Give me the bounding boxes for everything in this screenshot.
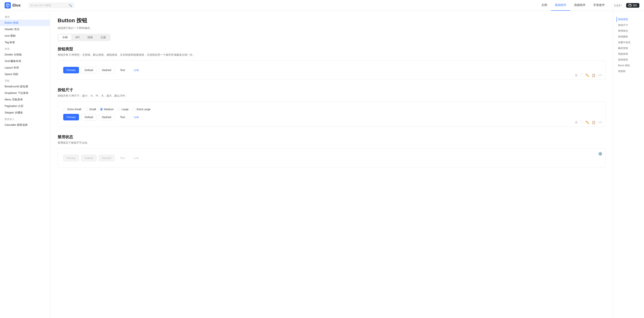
sidebar-item-cascader[interactable]: Cascader 级联选择 [0, 122, 50, 128]
logo-icon [4, 2, 11, 8]
right-nav-item-type[interactable]: 按钮类型 [616, 17, 641, 22]
radio-label-xl: Extra Large [136, 108, 150, 111]
right-nav-item-disabled[interactable]: 禁用状态 [616, 28, 641, 33]
nav-docs[interactable]: 文档 [538, 0, 551, 11]
button-disabled-group: Primary Default Dashed Text Link [63, 155, 600, 161]
sidebar-item-menu[interactable]: Menu 导航菜单 [0, 96, 50, 103]
version-badge[interactable]: 1.2.3 ▾ [612, 3, 624, 8]
action-reset-icon-2[interactable]: 🗑 [575, 121, 578, 124]
content-tabs: 示例 API 指南 主题 [58, 34, 110, 41]
right-nav-item-size[interactable]: 按钮尺寸 [616, 23, 641, 28]
settings-icon[interactable]: ⚙️ [598, 152, 602, 156]
btn-primary-disabled: Primary [63, 155, 79, 161]
sidebar-item-stepper[interactable]: Stepper 步骤条 [0, 109, 50, 116]
sidebar-item-pagination[interactable]: Pagination 分页 [0, 103, 50, 109]
sidebar-item-button[interactable]: Button 按钮 [0, 19, 50, 26]
section-button-size: 按钮尺寸 按钮共有 5 种尺寸：超小、小、中、大、超大，默认为中。 Extra … [58, 87, 606, 127]
btn-dashed-type[interactable]: Dashed [99, 67, 114, 73]
btn-dashed-disabled: Dashed [99, 155, 114, 161]
nav-basic[interactable]: 基础组件 [551, 0, 570, 11]
tab-guide[interactable]: 指南 [84, 34, 97, 40]
btn-dashed-size[interactable]: Dashed [99, 114, 114, 120]
sidebar-item-tag[interactable]: Tag 标签 [0, 39, 50, 46]
radio-circle-md [100, 108, 103, 111]
action-fullscreen-icon-2[interactable]: ⛶ [580, 121, 583, 124]
nav-advanced[interactable]: 高级组件 [570, 0, 590, 11]
tab-api[interactable]: API [72, 34, 84, 40]
main-content: Button 按钮 按钮用于执行一个即时操作。 示例 API 指南 主题 按钮类… [50, 11, 613, 318]
radio-medium[interactable]: Medium [100, 108, 114, 111]
demo-box-button-size: Extra Small Small Medium Large [58, 101, 606, 127]
search-icon: 🔍 [69, 4, 72, 7]
header: iDux 在 idux.site 中搜索 🔍 文档 基础组件 高级组件 开发套件… [0, 0, 644, 11]
right-nav-item-block[interactable]: Block 按钮 [616, 63, 641, 68]
tab-theme[interactable]: 主题 [97, 34, 110, 40]
radio-label-xs: Extra Small [68, 108, 81, 111]
github-badge[interactable]: 365 [626, 3, 640, 8]
demo-box-size-actions: 🗑 ⛶ ✏️ 📋 </> [575, 121, 602, 124]
sidebar-item-space[interactable]: Space 间距 [0, 71, 50, 78]
sidebar-item-breadcrumb[interactable]: Breadcrumb 面包屑 [0, 83, 50, 90]
btn-link-size[interactable]: Link [131, 114, 142, 120]
radio-large[interactable]: Large [118, 108, 128, 111]
button-size-group: Primary Default Dashed Text Link [63, 114, 600, 120]
sidebar-section-title-form: 数据录入 [0, 116, 50, 122]
sidebar-item-layout[interactable]: Layout 布局 [0, 64, 50, 71]
sidebar-section-title-layout: 布局 [0, 46, 50, 51]
radio-circle-xs [63, 108, 66, 111]
sidebar-item-grid[interactable]: Grid 栅格布局 [0, 58, 50, 64]
btn-link-type[interactable]: Link [131, 67, 142, 73]
action-fullscreen-icon[interactable]: ⛶ [580, 73, 583, 77]
action-edit-icon-2[interactable]: ✏️ [586, 121, 590, 124]
btn-text-size[interactable]: Text [117, 114, 128, 120]
demo-box-button-disabled: ⚙️ Primary Default Dashed Text Link [58, 148, 606, 168]
right-nav-item-icon[interactable]: 按钮图标 [616, 34, 641, 39]
right-nav-item-shape[interactable]: 按钮形状 [616, 57, 641, 62]
action-copy-icon-2[interactable]: 📋 [592, 121, 596, 124]
sidebar-section-layout: 布局 Divider 分割线 Grid 栅格布局 Layout 布局 Space… [0, 46, 50, 78]
sidebar-item-divider[interactable]: Divider 分割线 [0, 51, 50, 58]
search-bar[interactable]: 在 idux.site 中搜索 🔍 [28, 2, 74, 8]
right-nav-item-ghost[interactable]: 幽灵按钮 [616, 46, 641, 51]
sidebar: 通用 Button 按钮 Header 页头 Icon 图标 Tag 标签 布局… [0, 11, 50, 318]
action-code-icon-2[interactable]: </> [598, 121, 602, 124]
btn-default-size[interactable]: Default [81, 114, 96, 120]
section-title-button-type: 按钮类型 [58, 46, 606, 52]
right-nav-item-danger[interactable]: 危险按钮 [616, 51, 641, 56]
section-title-button-disabled: 禁用状态 [58, 134, 606, 140]
button-type-group: Primary Default Dashed Text Link [63, 67, 600, 73]
section-desc-button-disabled: 禁用状态下按钮不可点击。 [58, 141, 606, 145]
github-count: 365 [633, 4, 637, 7]
action-copy-icon[interactable]: 📋 [592, 73, 596, 77]
action-code-icon[interactable]: </> [598, 73, 602, 77]
radio-label-sm: Small [89, 108, 96, 111]
sidebar-item-icon[interactable]: Icon 图标 [0, 33, 50, 39]
right-nav: 按钮类型 按钮尺寸 禁用状态 按钮图标 加载中状态 幽灵按钮 危险按钮 按钮形状… [613, 11, 644, 318]
radio-label-lg: Large [122, 108, 128, 111]
tab-example[interactable]: 示例 [58, 34, 72, 40]
radio-extra-large[interactable]: Extra Large [132, 108, 150, 111]
btn-primary-type[interactable]: Primary [63, 67, 79, 73]
main-nav: 文档 基础组件 高级组件 开发套件 1.2.3 ▾ 365 [538, 0, 640, 11]
section-desc-button-type: 按钮共有 5 种类型：主按钮、默认按钮、虚线按钮、文本按钮和链接按钮，主按钮在同… [58, 53, 606, 57]
btn-primary-size[interactable]: Primary [63, 114, 79, 120]
right-nav-item-group[interactable]: 按钮组 [616, 69, 641, 74]
btn-default-type[interactable]: Default [81, 67, 96, 73]
logo-area[interactable]: iDux [4, 2, 20, 8]
action-edit-icon[interactable]: ✏️ [586, 73, 590, 77]
section-title-button-size: 按钮尺寸 [58, 87, 606, 93]
radio-extra-small[interactable]: Extra Small [63, 108, 81, 111]
radio-circle-lg [118, 108, 120, 111]
size-radio-group: Extra Small Small Medium Large [63, 108, 600, 111]
sidebar-item-dropdown[interactable]: Dropdown 下拉菜单 [0, 90, 50, 96]
nav-devkit[interactable]: 开发套件 [590, 0, 609, 11]
action-reset-icon[interactable]: 🗑 [575, 73, 578, 77]
sidebar-item-header[interactable]: Header 页头 [0, 26, 50, 33]
right-nav-item-loading[interactable]: 加载中状态 [616, 40, 641, 45]
logo-text: iDux [12, 3, 20, 7]
main-layout: 通用 Button 按钮 Header 页头 Icon 图标 Tag 标签 布局… [0, 11, 644, 318]
radio-small[interactable]: Small [85, 108, 96, 111]
version-text: 1.2.3 [614, 4, 620, 7]
btn-text-type[interactable]: Text [117, 67, 128, 73]
chevron-down-icon: ▾ [621, 4, 622, 6]
